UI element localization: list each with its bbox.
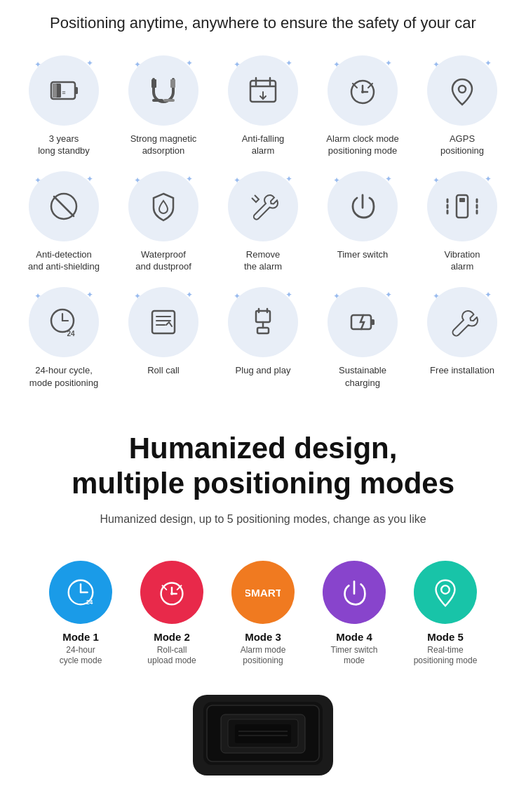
feature-magnetic: ✦ ✦ Strong magneticadsorption <box>114 48 213 164</box>
svg-rect-3 <box>53 84 57 98</box>
feature-label: 24-hour cycle,mode positioning <box>29 364 98 389</box>
svg-text:≡: ≡ <box>62 89 65 96</box>
svg-rect-64 <box>235 724 291 743</box>
mode-3-sub: Alarm modepositioning <box>241 645 286 667</box>
humanized-subtitle: Humanized design, up to 5 positioning mo… <box>21 513 505 526</box>
sparkle: ✦ <box>285 58 292 68</box>
feature-free-install: ✦ ✦ Free installation <box>412 280 512 396</box>
feature-label: Vibrationalarm <box>444 248 480 273</box>
sparkle: ✦ <box>86 290 93 300</box>
sparkle: ✦ <box>86 174 93 184</box>
mode-1-sub: 24-hourcycle mode <box>60 645 102 667</box>
plug-icon <box>245 304 281 340</box>
wrench-icon <box>245 188 281 225</box>
mode-5-icon <box>428 575 463 610</box>
mode-4: Mode 4 Timer switchmode <box>312 561 396 667</box>
sparkle: ✦ <box>485 290 492 300</box>
sparkle: ✦ <box>34 175 41 185</box>
feature-icon-clock24: ✦ ✦ 24 <box>29 287 99 357</box>
feature-icon-plug: ✦ ✦ <box>228 287 298 357</box>
feature-roll-call: ✦ ✦ Roll call <box>114 280 213 396</box>
device-image <box>186 688 340 779</box>
header-title: Positioning anytime, anywhere to ensure … <box>28 13 498 34</box>
feature-vibration: ✦ ✦ Vibrationalarm <box>412 164 512 280</box>
feature-icon-wrench2: ✦ ✦ <box>427 287 497 357</box>
mode-1-icon: 24 <box>63 575 98 610</box>
location-pin-icon <box>444 72 480 109</box>
feature-label: Free installation <box>430 364 494 377</box>
feature-timer-switch: ✦ ✦ Timer switch <box>313 164 412 280</box>
feature-icon-calendar: ✦ ✦ <box>228 55 298 126</box>
sparkle: ✦ <box>433 60 440 69</box>
device-image-section <box>0 667 526 779</box>
feature-anti-detection: ✦ ✦ Anti-detectionand anti-shielding <box>14 164 114 280</box>
feature-label: Removethe alarm <box>244 248 282 273</box>
sparkle: ✦ <box>385 290 392 300</box>
feature-icon-magnet: ✦ ✦ <box>128 55 198 126</box>
mode-3-icon: SMART <box>245 575 281 610</box>
svg-line-21 <box>54 197 74 216</box>
sparkle: ✦ <box>34 291 41 301</box>
mode-2-icon <box>154 575 189 610</box>
feature-label: Roll call <box>147 364 180 377</box>
power-icon <box>344 188 381 225</box>
sparkle: ✦ <box>86 58 93 68</box>
mode-4-sub: Timer switchmode <box>331 645 378 667</box>
mode-1: 24 Mode 1 24-hourcycle mode <box>39 561 123 667</box>
mode-2-sub: Roll-callupload mode <box>147 645 196 667</box>
mode-5-title: Mode 5 <box>427 631 464 643</box>
feature-alarm-clock: ✦ ✦ Alarm clock modepositioning mode <box>313 48 412 164</box>
mode-3-title: Mode 3 <box>245 631 281 643</box>
feature-icon-wrench: ✦ ✦ <box>228 171 298 241</box>
sparkle: ✦ <box>385 174 392 184</box>
clock24-icon: 24 <box>46 304 82 340</box>
mode-4-circle <box>323 561 386 624</box>
mode-2-title: Mode 2 <box>154 631 190 643</box>
sparkle: ✦ <box>433 175 440 185</box>
svg-rect-45 <box>371 319 375 325</box>
svg-rect-6 <box>170 79 175 88</box>
mode-4-title: Mode 4 <box>336 631 372 643</box>
feature-icon-charging: ✦ ✦ <box>328 287 398 357</box>
mode-2-circle <box>140 561 203 624</box>
svg-rect-35 <box>152 311 175 333</box>
sparkle: ✦ <box>234 175 241 185</box>
feature-icon-list: ✦ ✦ <box>128 287 198 357</box>
sparkle: ✦ <box>34 60 41 69</box>
sparkle: ✦ <box>234 60 241 69</box>
feature-label: Timer switch <box>337 248 388 261</box>
svg-rect-5 <box>151 79 156 88</box>
sparkle: ✦ <box>333 291 340 301</box>
sparkle: ✦ <box>333 60 340 69</box>
sparkle: ✦ <box>234 291 241 301</box>
humanized-title: Humanized design, multiple positioning m… <box>21 431 505 502</box>
svg-point-19 <box>459 86 466 93</box>
feature-label: Alarm clock modepositioning mode <box>326 133 398 157</box>
feature-icon-no-signal: ✦ ✦ <box>29 171 99 241</box>
feature-24hour: ✦ ✦ 24 24-hour cycle,mode positioning <box>14 280 114 396</box>
mode-1-title: Mode 1 <box>62 631 99 643</box>
list-icon <box>145 304 182 340</box>
charging-icon <box>344 304 381 340</box>
alarm-clock-icon <box>344 72 381 109</box>
sparkle: ✦ <box>134 60 141 69</box>
sparkle: ✦ <box>485 174 492 184</box>
calendar-icon <box>245 72 281 109</box>
sparkle: ✦ <box>186 58 193 68</box>
svg-point-18 <box>361 91 364 93</box>
feature-label: Anti-fallingalarm <box>242 133 285 157</box>
mode-5: Mode 5 Real-timepositioning mode <box>403 561 487 667</box>
feature-label: Waterproofand dustproof <box>135 248 191 273</box>
sparkle: ✦ <box>285 174 292 184</box>
mode-3: SMART Mode 3 Alarm modepositioning <box>221 561 305 667</box>
mode-5-sub: Real-timepositioning mode <box>414 645 478 667</box>
feature-remove-alarm: ✦ ✦ Removethe alarm <box>213 164 313 280</box>
feature-icon-pin: ✦ ✦ <box>427 55 497 126</box>
feature-label: Strong magneticadsorption <box>130 133 197 157</box>
magnet-icon <box>145 72 182 109</box>
feature-years-standby: ✦ ✦ ≡ 3 yearslong standby <box>14 48 114 164</box>
battery-icon: ≡ <box>46 72 82 109</box>
mode-5-circle <box>414 561 477 624</box>
sparkle: ✦ <box>333 175 340 185</box>
svg-text:SMART: SMART <box>245 587 281 599</box>
